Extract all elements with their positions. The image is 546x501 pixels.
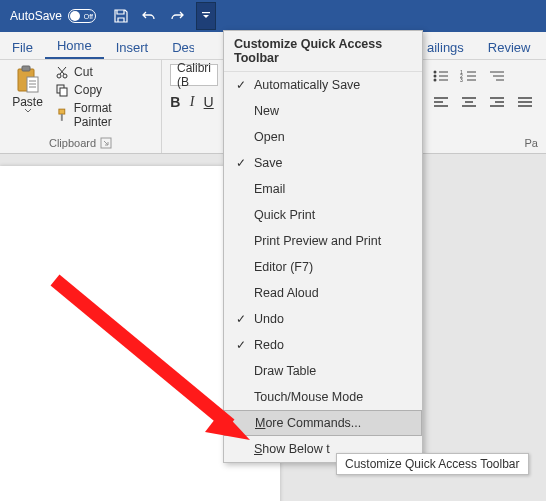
tab-review[interactable]: Review	[476, 35, 543, 59]
group-label-clipboard: Clipboard	[49, 137, 96, 149]
svg-point-20	[434, 79, 437, 82]
copy-button[interactable]: Copy	[53, 82, 153, 98]
group-font: Calibri (B B I U	[162, 60, 222, 153]
align-left-button[interactable]	[429, 92, 453, 112]
font-name-combo[interactable]: Calibri (B	[170, 64, 218, 86]
tab-home[interactable]: Home	[45, 33, 104, 59]
svg-rect-13	[59, 109, 65, 114]
save-icon[interactable]	[108, 3, 134, 29]
underline-button[interactable]: U	[203, 92, 214, 112]
menu-title: Customize Quick Access Toolbar	[224, 31, 422, 72]
menu-item-print-preview[interactable]: Print Preview and Print	[224, 228, 422, 254]
title-bar: AutoSave Off	[0, 0, 546, 32]
group-label-paragraph: Pa	[525, 137, 538, 149]
copy-icon	[55, 83, 69, 97]
numbering-button[interactable]: 123	[457, 66, 481, 86]
cut-button[interactable]: Cut	[53, 64, 153, 80]
quick-access-toolbar	[108, 2, 216, 30]
ribbon-tabs-right: ailings Review	[423, 32, 546, 60]
menu-item-save[interactable]: ✓Save	[224, 150, 422, 176]
autosave-label: AutoSave	[10, 9, 62, 23]
menu-item-draw-table[interactable]: Draw Table	[224, 358, 422, 384]
format-painter-button[interactable]: Format Painter	[53, 100, 153, 130]
menu-item-redo[interactable]: ✓Redo	[224, 332, 422, 358]
italic-button[interactable]: I	[187, 92, 198, 112]
redo-icon[interactable]	[164, 3, 190, 29]
svg-point-16	[434, 71, 437, 74]
tab-insert[interactable]: Insert	[104, 35, 161, 59]
scissors-icon	[55, 65, 69, 79]
menu-item-open[interactable]: Open	[224, 124, 422, 150]
svg-rect-2	[22, 66, 30, 71]
svg-point-18	[434, 75, 437, 78]
svg-text:3: 3	[460, 77, 463, 83]
qat-customize-menu: Customize Quick Access Toolbar ✓Automati…	[223, 30, 423, 463]
tab-mailings[interactable]: ailings	[423, 35, 476, 59]
undo-icon[interactable]	[136, 3, 162, 29]
svg-rect-14	[61, 114, 63, 121]
check-icon: ✓	[232, 312, 250, 326]
menu-item-new[interactable]: New	[224, 98, 422, 124]
menu-item-editor[interactable]: Editor (F7)	[224, 254, 422, 280]
svg-point-7	[57, 74, 61, 78]
tab-file[interactable]: File	[0, 35, 45, 59]
check-icon: ✓	[232, 338, 250, 352]
check-icon: ✓	[232, 78, 250, 92]
svg-point-8	[63, 74, 67, 78]
check-icon: ✓	[232, 156, 250, 170]
chevron-down-icon	[24, 108, 32, 114]
menu-item-undo[interactable]: ✓Undo	[224, 306, 422, 332]
group-paragraph: 123 Pa	[423, 60, 546, 154]
brush-icon	[55, 108, 69, 122]
paste-icon	[14, 64, 42, 96]
bullets-button[interactable]	[429, 66, 453, 86]
qat-customize-button[interactable]	[196, 2, 216, 30]
multilevel-button[interactable]	[485, 66, 509, 86]
align-center-button[interactable]	[457, 92, 481, 112]
group-clipboard: Paste Cut Copy Format Painter Clipboard	[0, 60, 162, 153]
paste-button[interactable]: Paste	[8, 64, 47, 130]
justify-button[interactable]	[513, 92, 537, 112]
autosave-switch[interactable]: Off	[68, 9, 96, 23]
menu-item-auto-save[interactable]: ✓Automatically Save	[224, 72, 422, 98]
align-right-button[interactable]	[485, 92, 509, 112]
svg-rect-0	[202, 12, 210, 13]
menu-item-quick-print[interactable]: Quick Print	[224, 202, 422, 228]
autosave-toggle[interactable]: AutoSave Off	[6, 9, 100, 23]
tab-design[interactable]: Desi	[160, 35, 194, 59]
menu-item-more-commands[interactable]: More Commands...	[224, 410, 422, 436]
bold-button[interactable]: B	[170, 92, 181, 112]
tooltip: Customize Quick Access Toolbar	[336, 453, 529, 475]
menu-item-read-aloud[interactable]: Read Aloud	[224, 280, 422, 306]
menu-item-email[interactable]: Email	[224, 176, 422, 202]
menu-item-touch-mouse[interactable]: Touch/Mouse Mode	[224, 384, 422, 410]
dialog-launcher-icon[interactable]	[100, 137, 112, 149]
svg-rect-12	[60, 88, 67, 96]
